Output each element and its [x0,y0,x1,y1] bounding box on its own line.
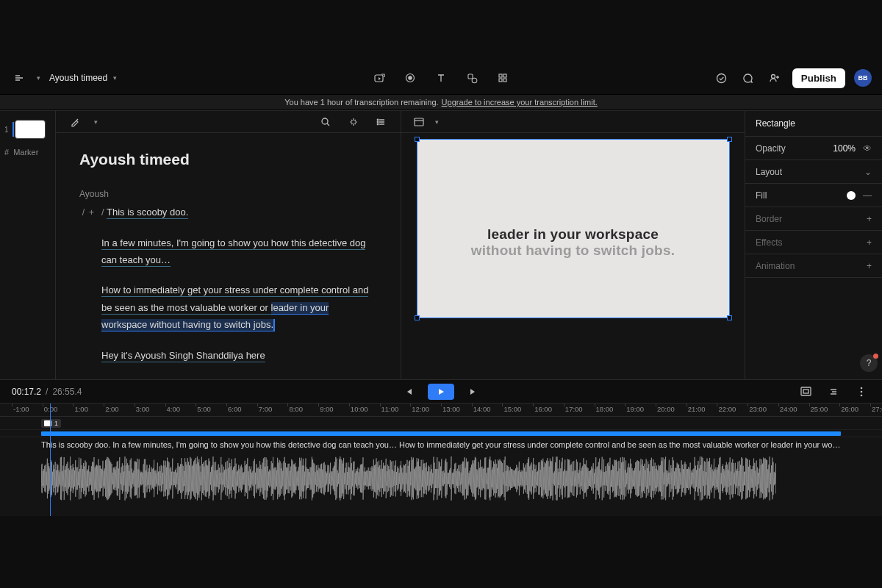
inspector-effects-row[interactable]: Effects + [745,231,882,254]
inspector-animation-row[interactable]: Animation + [745,254,882,278]
ruler-tick[interactable]: 14:00 [472,404,491,417]
ruler-tick[interactable]: 4:00 [165,404,181,417]
help-button[interactable]: ? [860,354,878,372]
timeline[interactable]: -1:000:001:002:003:004:005:006:007:008:0… [0,403,882,516]
check-icon[interactable] [713,69,731,87]
ruler-tick[interactable]: 9:00 [318,404,334,417]
chevron-down-icon[interactable]: ⌄ [864,167,872,177]
sparkle-icon[interactable] [345,113,362,131]
add-border-icon[interactable]: + [867,214,872,224]
ruler-tick[interactable]: 22:00 [717,404,736,417]
timeline-ruler[interactable]: -1:000:001:002:003:004:005:006:007:008:0… [0,404,882,417]
line-row[interactable]: Hey it's Ayoush Singh Shanddilya here [79,347,377,364]
text-icon[interactable] [432,69,450,87]
visibility-icon[interactable]: 👁 [863,143,872,154]
inspector-border-row[interactable]: Border + [745,207,882,231]
skip-back-icon[interactable] [400,383,417,401]
add-effect-icon[interactable]: + [867,237,872,248]
search-icon[interactable] [317,113,334,131]
selected-rectangle[interactable]: leader in your workspace without having … [417,139,730,318]
layout-chevron-icon[interactable]: ▾ [435,118,439,126]
scene-item-1[interactable]: 1 [0,117,55,142]
menu-chevron-icon[interactable]: ▾ [37,74,40,82]
play-button[interactable] [428,384,454,400]
ruler-tick[interactable]: 16:00 [533,404,552,417]
ruler-tick[interactable]: 20:00 [656,404,675,417]
line-row[interactable]: In a few minutes, I'm going to show you … [79,234,377,269]
timeline-settings-icon[interactable] [825,383,842,401]
ruler-tick[interactable]: 19:00 [625,404,644,417]
ruler-tick[interactable]: 6:00 [226,404,242,417]
waveform[interactable] [41,452,776,505]
ruler-tick[interactable]: 11:00 [380,404,399,417]
add-media-icon[interactable] [370,69,388,87]
ruler-tick[interactable]: 10:00 [349,404,368,417]
script-line-4[interactable]: Hey it's Ayoush Singh Shanddilya here [101,350,265,362]
timeline-scene-row[interactable]: 1 [0,417,882,430]
add-marker[interactable]: # Marker [0,142,55,162]
inspector-opacity-row[interactable]: Opacity 100%👁 [745,137,882,160]
script-line-2[interactable]: In a few minutes, I'm going to show you … [101,237,365,267]
scene-thumbnail[interactable] [15,120,46,139]
templates-icon[interactable] [494,69,512,87]
ruler-tick[interactable]: 2:00 [104,404,119,417]
ruler-tick[interactable]: 7:00 [257,404,273,417]
shapes-icon[interactable] [463,69,481,87]
fit-icon[interactable] [797,383,814,401]
ruler-tick[interactable]: 12:00 [410,404,429,417]
script-line-1[interactable]: This is scooby doo. [107,207,188,219]
invite-icon[interactable] [766,69,784,87]
ruler-tick[interactable]: 26:00 [839,404,858,417]
pen-chevron-icon[interactable]: ▾ [94,118,98,126]
record-icon[interactable] [401,69,419,87]
fill-swatch[interactable] [847,191,856,200]
slash-icon[interactable]: / [82,205,85,221]
ruler-tick[interactable]: 1:00 [73,404,88,417]
resize-handle-bl[interactable] [415,315,420,320]
menu-icon[interactable] [10,69,28,87]
canvas-caption: leader in your workspace without having … [417,226,729,259]
list-icon[interactable] [373,113,390,131]
ruler-tick[interactable]: 17:00 [564,404,583,417]
svg-point-10 [771,75,775,79]
avatar[interactable]: BB [854,69,872,87]
more-icon[interactable] [853,383,870,401]
ruler-tick[interactable]: 13:00 [441,404,460,417]
inspector-fill-row[interactable]: Fill — [745,184,882,207]
ruler-tick[interactable]: 21:00 [686,404,706,417]
publish-button[interactable]: Publish [792,68,845,88]
project-name-dropdown[interactable]: Ayoush timeed ▾ [49,73,117,83]
timeline-scene-chip[interactable]: 1 [41,419,61,428]
ruler-tick[interactable]: 15:00 [502,404,521,417]
ruler-tick[interactable]: 25:00 [809,404,828,417]
skip-forward-icon[interactable] [465,383,482,401]
playhead[interactable] [50,404,51,516]
layout-preset-icon[interactable] [410,113,428,131]
speaker-label[interactable]: Ayoush [79,189,377,199]
ruler-tick[interactable]: 18:00 [595,404,614,417]
ruler-tick[interactable]: 5:00 [196,404,211,417]
timeline-range-row[interactable] [0,430,882,437]
timeline-audio-row[interactable]: This is scooby doo. In a few minutes, I'… [0,437,882,511]
ruler-tick[interactable]: 23:00 [747,404,767,417]
ruler-tick[interactable]: 8:00 [287,404,303,417]
canvas-stage[interactable]: leader in your workspace without having … [401,133,745,379]
ruler-tick[interactable]: 3:00 [135,404,150,417]
resize-handle-tl[interactable] [415,137,420,142]
add-line-icon[interactable]: + [89,205,94,221]
upgrade-link[interactable]: Upgrade to increase your transcription l… [442,98,598,107]
line-row[interactable]: /+ / This is scooby doo. [79,204,377,221]
add-animation-icon[interactable]: + [867,261,872,271]
remove-fill-icon[interactable]: — [863,190,872,201]
pen-tool-icon[interactable] [66,113,84,131]
ruler-tick[interactable]: 24:00 [778,404,797,417]
comment-icon[interactable] [739,69,757,87]
line-row[interactable]: How to immediately get your stress under… [79,282,377,333]
resize-handle-br[interactable] [727,315,732,320]
inspector-layout-row[interactable]: Layout ⌄ [745,160,882,184]
timeline-range-bar[interactable] [41,431,841,436]
opacity-value[interactable]: 100% [833,143,856,154]
ruler-tick[interactable]: 27:00 [870,404,882,417]
resize-handle-tr[interactable] [727,137,732,142]
ruler-tick[interactable]: -1:00 [12,404,29,417]
